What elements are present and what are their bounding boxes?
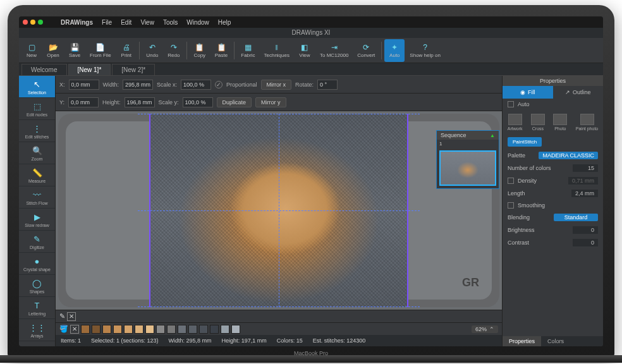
tool-color-manager[interactable]: ◐Color manager [19,341,55,346]
color-swatch[interactable] [92,325,101,334]
type-artwork[interactable]: Artwork [508,114,523,131]
toolbar-from-file-button[interactable]: 📄From File [86,39,115,62]
color-swatch[interactable] [145,325,154,334]
paintstitch-button[interactable]: PaintStitch [508,137,542,147]
menu-app[interactable]: DRAWings [61,19,93,26]
color-swatch[interactable] [124,325,133,334]
toolbar-convert-button[interactable]: ⟳Convert [353,39,379,62]
toolbar-techniques-button[interactable]: ⦀Techniques [260,39,293,62]
color-swatch[interactable] [178,325,186,334]
height-input[interactable] [125,97,155,107]
toolbar-redo-button[interactable]: ↷Redo [164,39,184,62]
sequence-title: Sequence [441,132,466,138]
toolbar-print-button[interactable]: 🖨Print [116,39,137,62]
x-input[interactable] [69,80,99,90]
tool-edit-nodes[interactable]: ⬚Edit nodes [19,98,55,120]
height-label: Height: [102,99,121,106]
color-swatch[interactable] [199,325,208,334]
no-stroke-icon[interactable]: ✕ [67,312,76,321]
toolbar-auto-button[interactable]: ✦Auto [384,39,405,62]
sequence-panel[interactable]: Sequence▲ 1 [436,130,499,189]
color-swatch[interactable] [135,325,143,334]
window-title: DRAWings XI [19,28,603,38]
design-selection[interactable] [149,114,408,307]
toolbar-open-button[interactable]: 📂Open [43,39,63,62]
rotate-input[interactable] [317,80,338,90]
menu-tools[interactable]: Tools [163,19,178,26]
properties-tab[interactable]: Properties [503,336,541,346]
length-label: Length [508,190,525,197]
tool-slow-redraw[interactable]: ▶Slow redraw [19,209,55,231]
mirrory-button[interactable]: Mirror y [255,97,286,107]
tool-zoom[interactable]: 🔍Zoom [19,142,55,164]
toolbar-copy-button[interactable]: 📋Copy [190,39,210,62]
outline-tab[interactable]: ↗Outline [553,86,604,99]
y-input[interactable] [68,97,99,107]
contrast-value[interactable]: 0 [573,239,598,246]
brightness-value[interactable]: 0 [573,226,598,234]
type-cross[interactable]: Cross [531,114,545,131]
menu-view[interactable]: View [140,19,154,26]
color-swatch[interactable] [221,325,229,334]
smoothing-checkbox[interactable] [508,202,514,209]
tool-shapes[interactable]: ◯Shapes [19,275,55,297]
menu-edit[interactable]: Edit [121,19,131,26]
pen-icon[interactable]: ✎ [59,312,65,320]
fill-tab[interactable]: ◉Fill [503,86,553,99]
tab-Welcome[interactable]: Welcome [21,64,67,75]
auto-checkbox[interactable] [508,101,514,107]
canvas[interactable]: GR [58,114,499,307]
sequence-thumbnail[interactable] [439,150,496,186]
color-swatch[interactable] [210,325,219,334]
color-swatch[interactable] [188,325,197,334]
type-photo[interactable]: Photo [553,114,567,131]
color-swatch[interactable] [156,325,165,334]
tool-digitize[interactable]: ✎Digitize [19,231,55,253]
sequence-collapse-icon[interactable]: ▲ [490,133,495,138]
tool-measure[interactable]: 📏Measure [19,164,55,186]
blending-select[interactable]: Standard [554,214,598,221]
x-label: X: [59,82,65,88]
density-checkbox[interactable] [508,178,514,184]
mirrorx-button[interactable]: Mirror x [261,80,292,90]
menu-help[interactable]: Help [218,19,231,26]
color-swatch[interactable] [113,325,122,334]
tool-selection[interactable]: ↖Selection [19,76,55,98]
menu-window[interactable]: Window [186,19,209,26]
tool-crystal-shape[interactable]: ●Crystal shape [19,253,55,275]
type-paint-photo[interactable]: Paint photo [576,114,598,131]
color-swatch[interactable] [81,325,90,334]
toolbar-undo-button[interactable]: ↶Undo [142,39,162,62]
tool-arrays[interactable]: ⋮⋮Arrays [19,319,55,341]
width-input[interactable] [123,80,153,90]
toolbar-to-mc12000-button[interactable]: ⇥To MC12000 [316,39,352,62]
density-value[interactable]: 0,71 mm [568,177,598,185]
scaley-input[interactable] [183,97,213,107]
toolbar-show-help-on-button[interactable]: ?Show help on [406,39,444,62]
no-fill-icon[interactable]: ✕ [70,325,79,334]
duplicate-button[interactable]: Duplicate [217,97,252,107]
window-controls[interactable] [23,20,43,25]
zoom-control[interactable]: 62% ⌃ [472,325,498,333]
tab-New1[interactable]: [New 1]* [68,64,111,75]
color-swatch[interactable] [102,325,111,334]
tool-stitch-flow[interactable]: 〰Stitch Flow [19,186,55,209]
toolbar-paste-button[interactable]: 📋Paste [211,39,231,62]
scalex-input[interactable] [181,80,211,90]
toolbar-view-button[interactable]: ◧View [295,39,315,62]
palette-select[interactable]: MADEIRA CLASSIC [539,152,598,159]
toolbar-fabric-button[interactable]: ▦Fabric [237,39,259,62]
color-swatch[interactable] [231,325,240,334]
toolbar-save-button[interactable]: 💾Save [64,39,85,62]
length-value[interactable]: 2,4 mm [571,190,598,197]
tool-edit-stitches[interactable]: ⋮Edit stitches [19,120,55,142]
bucket-icon[interactable]: 🪣 [59,325,68,333]
tab-New2[interactable]: [New 2]* [112,64,155,75]
tool-lettering[interactable]: TLettering [19,297,55,319]
numcolors-value[interactable]: 15 [573,164,598,172]
color-swatch[interactable] [167,325,176,334]
menu-file[interactable]: File [102,19,112,26]
toolbar-new-button[interactable]: ▢New [21,39,42,62]
colors-tab[interactable]: Colors [541,336,570,346]
proportional-check[interactable]: ✓ [215,81,223,88]
